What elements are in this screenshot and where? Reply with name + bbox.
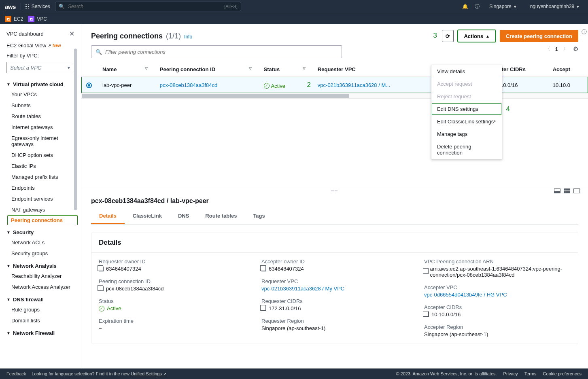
account-menu[interactable]: nguyenhoangtrinh39▼ bbox=[527, 4, 583, 9]
help-icon[interactable]: ⓘ bbox=[475, 3, 480, 10]
sidebar-item-dhcp-option-sets[interactable]: DHCP option sets bbox=[0, 150, 81, 161]
region-label: Singapore bbox=[489, 4, 512, 9]
sidebar-item-domain-lists[interactable]: Domain lists bbox=[0, 315, 81, 326]
global-search[interactable]: 🔍 [Alt+S] bbox=[55, 2, 241, 11]
scrollbar-thumb[interactable] bbox=[74, 49, 77, 210]
row-radio[interactable] bbox=[86, 83, 92, 88]
caret-up-icon: ▲ bbox=[486, 34, 490, 38]
tab-tags[interactable]: Tags bbox=[245, 209, 273, 224]
aws-logo[interactable]: aws⌣ bbox=[5, 3, 21, 10]
tab-details[interactable]: Details bbox=[91, 209, 125, 224]
sidebar-item-rule-groups[interactable]: Rule groups bbox=[0, 304, 81, 315]
terms-link[interactable]: Terms bbox=[524, 371, 537, 376]
filter-vpc-select[interactable]: Select a VPC ▼ bbox=[6, 62, 74, 73]
lbl-req-cidr: Requester CIDRs bbox=[261, 298, 408, 304]
sidebar-item-route-tables[interactable]: Route tables bbox=[0, 111, 81, 122]
val-acc-cidr: 10.10.0.0/16 bbox=[431, 311, 461, 318]
copy-icon[interactable] bbox=[99, 286, 104, 291]
sidebar-item-endpoint-services[interactable]: Endpoint services bbox=[0, 193, 81, 204]
search-shortcut: [Alt+S] bbox=[224, 4, 238, 9]
lbl-acc-cidr: Accepter CIDRs bbox=[424, 304, 571, 310]
menu-view-details[interactable]: View details bbox=[431, 65, 502, 78]
global-nav: aws⌣ Services 🔍 [Alt+S] 🔔 ⓘ Singapore▼ n… bbox=[0, 0, 588, 13]
col-name[interactable]: Name▽ bbox=[98, 62, 155, 77]
actions-button[interactable]: Actions ▲ bbox=[458, 30, 496, 42]
sidebar-item-subnets[interactable]: Subnets bbox=[0, 100, 81, 111]
menu-edit-classiclink[interactable]: Edit ClassicLink settings bbox=[431, 115, 502, 128]
sidebar-item-elastic-ips[interactable]: Elastic IPs bbox=[0, 161, 81, 172]
layout-full-button[interactable] bbox=[573, 188, 580, 193]
menu-reject-request: Reject request bbox=[431, 90, 502, 103]
favorite-vpc[interactable]: ◩ VPC bbox=[28, 16, 47, 22]
search-input[interactable] bbox=[68, 4, 221, 9]
split-handle[interactable]: ══ bbox=[81, 188, 588, 193]
sidebar-group-dns-firewall[interactable]: ▼DNS firewall bbox=[0, 292, 81, 304]
create-peering-button[interactable]: Create peering connection bbox=[500, 30, 578, 42]
sidebar-item-internet-gateways[interactable]: Internet gateways bbox=[0, 122, 81, 133]
unified-settings-link[interactable]: Unified Settings ↗ bbox=[131, 371, 166, 376]
sidebar-vpc-dashboard[interactable]: VPC dashboard bbox=[6, 31, 44, 37]
sidebar-item-reachability-analyzer[interactable]: Reachability Analyzer bbox=[0, 271, 81, 282]
global-view-label: EC2 Global View bbox=[6, 42, 46, 49]
tab-classiclink[interactable]: ClassicLink bbox=[125, 209, 170, 224]
menu-delete-peering[interactable]: Delete peering connection bbox=[431, 140, 502, 159]
info-panel-toggle[interactable]: ⓘ bbox=[580, 24, 588, 40]
info-link[interactable]: Info bbox=[184, 34, 192, 40]
menu-manage-tags[interactable]: Manage tags bbox=[431, 128, 502, 140]
copy-icon[interactable] bbox=[261, 267, 266, 271]
menu-edit-dns-settings[interactable]: Edit DNS settings 4 bbox=[431, 103, 502, 115]
val-req-owner: 634648407324 bbox=[106, 266, 141, 272]
favorite-ec2[interactable]: ◩ EC2 bbox=[5, 16, 23, 22]
tab-route-tables[interactable]: Route tables bbox=[197, 209, 245, 224]
tab-dns[interactable]: DNS bbox=[170, 209, 197, 224]
col-status[interactable]: Status▽ bbox=[259, 62, 313, 77]
page-title: Peering connections (1/1) Info bbox=[91, 32, 192, 40]
layout-bottom-button[interactable] bbox=[554, 188, 560, 193]
col-pcx-id[interactable]: Peering connection ID▽ bbox=[155, 62, 259, 77]
cell-pcx-link[interactable]: pcx-08ceb1384aa3f84cd bbox=[160, 82, 217, 88]
sidebar-item-network-acls[interactable]: Network ACLs bbox=[0, 237, 81, 248]
notifications-icon[interactable]: 🔔 bbox=[462, 4, 468, 9]
sidebar-group-network-analysis[interactable]: ▼Network Analysis bbox=[0, 259, 81, 271]
copy-icon[interactable] bbox=[261, 306, 266, 311]
gear-icon: ⚙ bbox=[573, 45, 578, 52]
val-req-vpc-link[interactable]: vpc-021b363911aca3628 / My VPC bbox=[261, 286, 408, 292]
layout-split-button[interactable] bbox=[564, 188, 570, 193]
sidebar-ec2-global-view[interactable]: EC2 Global View ↗ New bbox=[0, 40, 81, 51]
table-settings-button[interactable]: ⚙ bbox=[573, 45, 578, 53]
sidebar-item-peering-connections[interactable]: Peering connections bbox=[7, 215, 78, 225]
sidebar-item-network-access-analyzer[interactable]: Network Access Analyzer bbox=[0, 282, 81, 292]
copy-icon[interactable] bbox=[424, 269, 427, 274]
filter-input[interactable] bbox=[105, 49, 338, 55]
next-page-button[interactable]: 〉 bbox=[563, 45, 568, 53]
cookie-prefs-link[interactable]: Cookie preferences bbox=[543, 371, 582, 376]
sidebar-group-security[interactable]: ▼Security bbox=[0, 225, 81, 237]
val-req-region: Singapore (ap-southeast-1) bbox=[261, 325, 408, 331]
sidebar-item-egress-only-gateways[interactable]: Egress-only internet gateways bbox=[0, 133, 81, 150]
copy-icon[interactable] bbox=[99, 267, 104, 271]
col-accepter-cidrs[interactable]: Accept bbox=[548, 62, 588, 77]
cell-reqvpc-link[interactable]: vpc-021b363911aca3628 / M... bbox=[318, 82, 390, 88]
sidebar-group-network-firewall[interactable]: ▼Network Firewall bbox=[0, 326, 81, 338]
table-filter[interactable]: 🔍 bbox=[91, 45, 342, 58]
val-acc-vpc-link[interactable]: vpc-0d66554d0413b49fe / HG VPC bbox=[424, 292, 571, 298]
sidebar-collapse-icon[interactable]: ✕ bbox=[69, 30, 74, 38]
refresh-button[interactable]: ⟳ bbox=[442, 30, 454, 42]
feedback-link[interactable]: Feedback bbox=[6, 371, 26, 376]
prev-page-button[interactable]: 〈 bbox=[545, 45, 550, 53]
sidebar-item-your-vpcs[interactable]: Your VPCs bbox=[0, 89, 81, 100]
privacy-link[interactable]: Privacy bbox=[503, 371, 518, 376]
table-row[interactable]: lab-vpc-peer pcx-08ceb1384aa3f84cd ✓Acti… bbox=[81, 77, 588, 93]
sidebar-item-endpoints[interactable]: Endpoints bbox=[0, 182, 81, 193]
main-content: Peering connections (1/1) Info 3 ⟳ Actio… bbox=[81, 24, 588, 368]
external-link-icon: ↗ bbox=[48, 43, 51, 48]
sidebar-item-security-groups[interactable]: Security groups bbox=[0, 248, 81, 259]
col-requester-vpc[interactable]: Requester VPC bbox=[313, 62, 434, 77]
sidebar-item-nat-gateways[interactable]: NAT gateways bbox=[0, 204, 81, 215]
sidebar-item-managed-prefix-lists[interactable]: Managed prefix lists bbox=[0, 172, 81, 182]
copy-icon[interactable] bbox=[424, 312, 429, 317]
services-menu[interactable]: Services bbox=[24, 4, 50, 9]
sidebar-group-virtual-private-cloud[interactable]: ▼Virtual private cloud bbox=[0, 77, 81, 89]
horizontal-scrollbar[interactable] bbox=[81, 93, 588, 99]
region-selector[interactable]: Singapore▼ bbox=[486, 4, 520, 9]
